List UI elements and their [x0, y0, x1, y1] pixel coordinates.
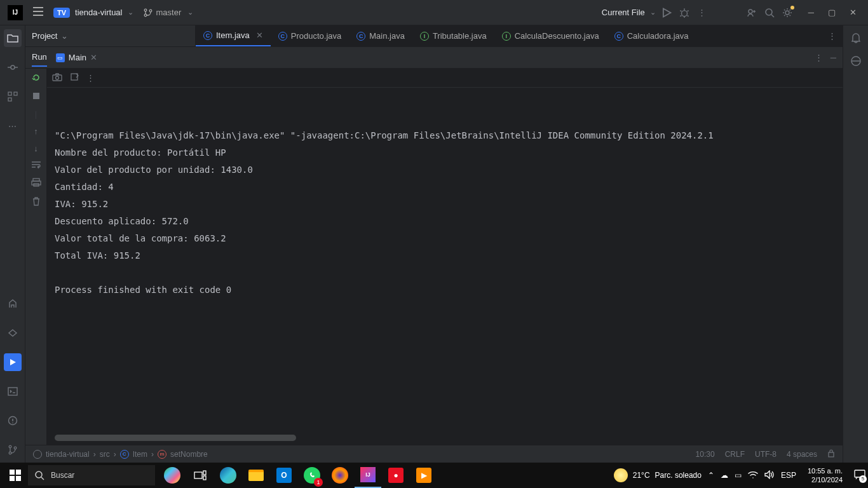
problems-tool-icon[interactable] [4, 412, 22, 430]
svg-rect-11 [8, 92, 11, 95]
right-tool-strip [843, 25, 868, 463]
structure-tool-icon[interactable] [4, 88, 22, 105]
firefox-icon[interactable] [327, 463, 353, 488]
run-panel-header: Run ▭ Main ✕ ⋮ ─ [25, 47, 843, 69]
soft-wrap-icon[interactable] [31, 161, 41, 170]
edge-icon[interactable] [215, 463, 241, 488]
language-indicator[interactable]: ESP [781, 471, 796, 480]
run-options-icon[interactable]: ⋮ [815, 53, 823, 62]
file-tab[interactable]: ITributable.java [412, 25, 494, 46]
debug-icon[interactable] [679, 7, 690, 18]
file-tab[interactable]: ICalculaDescuento.java [494, 25, 607, 46]
tab-close-icon[interactable]: ✕ [256, 30, 263, 40]
svg-rect-0 [33, 7, 43, 8]
project-name-dropdown[interactable]: tienda-virtual [75, 8, 133, 17]
whatsapp-icon[interactable]: 1 [299, 463, 325, 488]
git-tool-icon[interactable] [4, 441, 22, 459]
volume-icon[interactable] [764, 470, 775, 481]
horizontal-scrollbar[interactable] [55, 435, 296, 441]
run-config-dropdown[interactable]: Current File [602, 8, 656, 17]
close-run-tab-icon[interactable]: ✕ [90, 53, 97, 62]
console-line: IVA: 915.2 [55, 196, 835, 213]
weather-widget[interactable]: 21°C Parc. soleado [614, 468, 702, 482]
svg-point-10 [11, 65, 15, 69]
task-view-icon[interactable] [187, 463, 214, 488]
onedrive-icon[interactable]: ☁ [721, 471, 728, 480]
indent[interactable]: 4 spaces [787, 450, 817, 459]
taskbar-search[interactable]: Buscar [28, 465, 155, 485]
commit-tool-icon[interactable] [4, 58, 22, 76]
more-actions-icon[interactable]: ⋮ [696, 7, 708, 18]
battery-icon[interactable]: ▭ [735, 471, 742, 480]
method-icon: m [158, 450, 166, 459]
tab-label: Main.java [369, 31, 405, 41]
export-icon[interactable] [70, 72, 79, 83]
up-stack-icon[interactable]: ↑ [34, 126, 38, 136]
console-output[interactable]: "C:\Program Files\Java\jdk-17\bin\java.e… [47, 88, 843, 445]
encoding[interactable]: UTF-8 [755, 450, 776, 459]
breadcrumb-bar: tienda-virtual › src › C Item › m setNom… [25, 445, 843, 463]
wifi-icon[interactable] [748, 471, 758, 480]
settings-icon[interactable] [782, 7, 793, 18]
stop-icon[interactable] [32, 92, 40, 102]
toolbar-more-icon[interactable]: ⋮ [86, 73, 95, 83]
notifications-icon[interactable] [851, 32, 861, 45]
git-branch-dropdown[interactable]: master [144, 8, 194, 17]
file-tab[interactable]: CProducto.java [271, 25, 349, 46]
clock[interactable]: 10:55 a. m. 2/10/2024 [808, 466, 843, 484]
breadcrumb-project[interactable]: tienda-virtual [46, 450, 90, 459]
minimize-icon[interactable]: ─ [806, 5, 817, 20]
svg-rect-2 [33, 15, 43, 16]
terminal-tool-icon[interactable] [4, 383, 22, 400]
explorer-icon[interactable] [243, 463, 269, 488]
tabs-more-icon[interactable]: ⋮ [822, 31, 843, 41]
cortana-icon[interactable] [159, 463, 186, 488]
search-icon[interactable] [764, 7, 775, 18]
code-with-me-icon[interactable] [746, 7, 757, 18]
file-tab[interactable]: CCalculadora.java [607, 25, 696, 46]
breadcrumb-folder[interactable]: src [100, 450, 110, 459]
hide-run-panel-icon[interactable]: ─ [831, 53, 836, 62]
tray-chevron-icon[interactable]: ⌃ [708, 471, 714, 480]
readonly-lock-icon[interactable] [827, 449, 835, 459]
breadcrumb-method[interactable]: setNombre [170, 450, 208, 459]
media-player-icon[interactable]: ▶ [410, 463, 437, 488]
services-tool-icon[interactable] [4, 324, 22, 342]
tab-label: CalculaDescuento.java [515, 31, 599, 41]
down-stack-icon[interactable]: ↓ [34, 144, 38, 153]
run-tab[interactable]: Run [32, 48, 47, 67]
interface-icon: I [502, 32, 511, 41]
cursor-position[interactable]: 10:30 [696, 450, 715, 459]
breadcrumb-class[interactable]: Item [133, 450, 147, 459]
svg-point-16 [9, 445, 11, 448]
close-icon[interactable]: ✕ [847, 5, 859, 20]
start-button[interactable] [3, 470, 28, 481]
print-icon[interactable] [31, 178, 41, 189]
run-tool-icon[interactable] [4, 353, 22, 371]
build-tool-icon[interactable] [4, 295, 22, 313]
outlook-icon[interactable]: O [271, 463, 297, 488]
intellij-taskbar-icon[interactable]: IJ [355, 463, 381, 488]
file-tab[interactable]: CItem.java✕ [196, 25, 271, 46]
app4-icon[interactable]: ● [383, 463, 409, 488]
run-icon[interactable] [661, 7, 672, 18]
rerun-icon[interactable] [31, 72, 41, 85]
project-panel-header[interactable]: Project ⌄ [25, 25, 196, 47]
line-ending[interactable]: CRLF [725, 450, 745, 459]
more-tools-icon[interactable]: ⋯ [4, 117, 22, 135]
svg-rect-21 [32, 181, 41, 185]
svg-rect-13 [8, 98, 11, 101]
console-line: Process finished with exit code 0 [55, 281, 835, 299]
action-center-icon[interactable]: 5 [854, 470, 865, 482]
main-menu-icon[interactable] [28, 4, 48, 20]
svg-rect-12 [14, 92, 17, 95]
project-tool-icon[interactable] [4, 29, 22, 47]
weather-temp: 21°C [633, 471, 650, 480]
run-config-tab[interactable]: ▭ Main ✕ [56, 53, 97, 62]
console-line: Cantidad: 4 [55, 179, 835, 196]
file-tab[interactable]: CMain.java [349, 25, 412, 46]
screenshot-icon[interactable] [52, 73, 62, 83]
ai-assistant-icon[interactable] [850, 55, 862, 69]
clear-icon[interactable] [32, 196, 41, 208]
maximize-icon[interactable]: ▢ [825, 5, 838, 20]
